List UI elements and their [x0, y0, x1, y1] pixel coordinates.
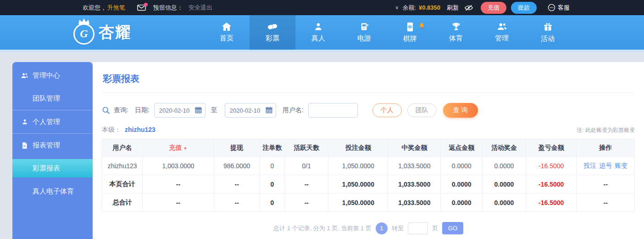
welcome-text: 欢迎您， — [83, 4, 106, 12]
cell-profit-loss: -16.5000 — [526, 157, 577, 175]
top-status-bar: 欢迎您， 升煞笔 预留信息： 安全退出 ∨ 余额: ¥0.8350 刷新 充值 … — [0, 0, 644, 15]
page-title: 彩票报表 — [102, 62, 635, 93]
table-row-user: zhizhu123 1,003.0000 986.0000 0 0/1 1,05… — [102, 157, 635, 175]
notification-dot-icon — [144, 3, 148, 6]
col-recharge-sortable[interactable]: 充值▼ — [143, 139, 214, 157]
col-withdraw: 提现 — [214, 139, 260, 157]
mahjong-tile-icon: 中 — [406, 22, 414, 32]
chase-number-link[interactable]: 追号 — [599, 162, 612, 169]
people-icon — [497, 22, 507, 31]
alarm-bell-icon — [418, 23, 425, 29]
account-change-link[interactable]: 账变 — [615, 162, 627, 169]
bet-detail-link[interactable]: 投注 — [583, 162, 596, 169]
mail-icon[interactable] — [137, 4, 146, 11]
pagination-summary: 总计 1 个记录, 分为 1 页, 当前第 1 页 — [273, 224, 372, 233]
balance-value: ¥0.8350 — [419, 4, 440, 11]
nav-item-home[interactable]: 首页 — [204, 15, 250, 50]
current-username[interactable]: 升煞笔 — [107, 4, 125, 12]
document-icon — [21, 142, 28, 149]
refresh-link[interactable]: 刷新 — [447, 4, 459, 12]
account-change-note: 注: 此处账变为彩票账变 — [577, 126, 635, 134]
sidebar-item-admin-center[interactable]: 管理中心 — [12, 64, 93, 87]
date-from-input[interactable] — [154, 103, 205, 118]
main-content: 彩票报表 查询: 日期: 至 用户名: 个人 团 — [93, 62, 644, 239]
recharge-button[interactable]: 充值 — [481, 2, 506, 14]
slot-machine-icon — [360, 22, 369, 31]
username-input[interactable] — [308, 103, 358, 118]
col-bet-count: 注单数 — [260, 139, 285, 157]
nav-item-promotions[interactable]: 活动 — [525, 15, 571, 50]
date-to-label: 至 — [211, 106, 217, 114]
sidebar-item-report-management[interactable]: 报表管理 — [12, 134, 93, 157]
balance-label: 余额: — [402, 4, 416, 12]
brand-name: 杏耀 — [99, 22, 132, 43]
go-button[interactable]: GO — [442, 222, 463, 234]
nav-item-egames[interactable]: 电游 — [341, 15, 387, 50]
report-table: 用户名 充值▼ 提现 注单数 活跃天数 投注金额 中奖金额 返点金额 活动奖金 … — [102, 139, 635, 212]
home-icon — [222, 22, 232, 31]
col-username: 用户名 — [102, 139, 143, 157]
cell-actions: 投注追号账变 — [577, 157, 635, 175]
col-bet-amount: 投注金额 — [328, 139, 388, 157]
sidebar: 管理中心 团队管理 个人管理 报表管理 彩票报表 真人电子体育 — [12, 62, 93, 239]
date-to-input[interactable] — [225, 103, 276, 118]
brand-logo[interactable]: G 杏耀 — [73, 21, 148, 45]
table-header-row: 用户名 充值▼ 提现 注单数 活跃天数 投注金额 中奖金额 返点金额 活动奖金 … — [102, 139, 635, 157]
svg-text:中: 中 — [408, 24, 412, 29]
col-win-amount: 中奖金额 — [388, 139, 441, 157]
nav-item-live[interactable]: 真人 — [295, 15, 341, 50]
date-label: 日期: — [135, 106, 150, 114]
chat-bubble-icon — [548, 4, 555, 11]
username-label: 用户名: — [283, 106, 304, 114]
reserved-info-label: 预留信息： — [153, 4, 183, 12]
table-row-page-total: 本页合计 -- -- 0 -- 1,050.0000 1,033.5000 0.… — [102, 175, 635, 193]
cell-username: zhizhu123 — [102, 157, 143, 175]
sidebar-item-team-management[interactable]: 团队管理 — [12, 87, 93, 110]
level-label: 本级： — [102, 126, 121, 134]
nav-item-management[interactable]: 管理 — [479, 15, 525, 50]
person-icon — [314, 22, 323, 31]
nav-item-lottery[interactable]: 彩票 — [250, 15, 295, 50]
service-label: 客服 — [558, 4, 570, 12]
ticket-icon — [266, 21, 279, 33]
table-row-grand-total: 总合计 -- -- 0 -- 1,050.0000 1,033.5000 0.0… — [102, 193, 635, 212]
eye-hide-icon[interactable] — [464, 4, 473, 11]
col-active-days: 活跃天数 — [285, 139, 328, 157]
trophy-icon — [451, 22, 461, 31]
col-rebate-amount: 返点金额 — [441, 139, 483, 157]
goto-label: 转至 — [392, 224, 404, 233]
page-1-button[interactable]: 1 — [376, 222, 388, 234]
query-label: 查询: — [114, 106, 128, 114]
search-form: 查询: 日期: 至 用户名: 个人 团队 查 询 — [102, 103, 635, 118]
nav-item-boardgames[interactable]: 中 棋牌 — [387, 15, 433, 50]
query-button[interactable]: 查 询 — [443, 103, 478, 118]
col-actions: 操作 — [577, 139, 635, 157]
goto-page-input[interactable] — [408, 222, 428, 234]
col-activity-bonus: 活动奖金 — [482, 139, 526, 157]
withdraw-button[interactable]: 提款 — [511, 2, 537, 14]
sort-desc-icon: ▼ — [183, 146, 188, 151]
page-unit-label: 页 — [432, 224, 438, 233]
search-icon — [102, 106, 110, 114]
brand-badge-icon: G — [73, 23, 94, 45]
gift-icon — [543, 22, 553, 32]
customer-service-link[interactable]: 客服 — [548, 4, 570, 12]
nav-item-sports[interactable]: 体育 — [433, 15, 479, 50]
sidebar-item-live-esports[interactable]: 真人电子体育 — [12, 180, 93, 203]
team-filter-button[interactable]: 团队 — [407, 103, 437, 117]
level-username-link[interactable]: zhizhu123 — [125, 126, 155, 133]
personal-filter-button[interactable]: 个人 — [372, 103, 402, 117]
col-profit-loss: 盈亏金额 — [526, 139, 577, 157]
chevron-down-icon[interactable]: ∨ — [395, 5, 399, 11]
sidebar-item-personal-management[interactable]: 个人管理 — [12, 110, 93, 133]
main-navbar: G 杏耀 首页 彩票 真人 电游 中 棋牌 — [0, 15, 644, 50]
logout-link[interactable]: 安全退出 — [189, 4, 212, 12]
nav-menu: 首页 彩票 真人 电游 中 棋牌 体育 — [204, 15, 571, 50]
people-icon — [21, 72, 28, 79]
pagination: 总计 1 个记录, 分为 1 页, 当前第 1 页 1 转至 页 GO — [102, 222, 635, 234]
crown-icon — [78, 18, 90, 24]
person-icon — [21, 119, 28, 125]
sidebar-item-lottery-report[interactable]: 彩票报表 — [12, 159, 93, 177]
